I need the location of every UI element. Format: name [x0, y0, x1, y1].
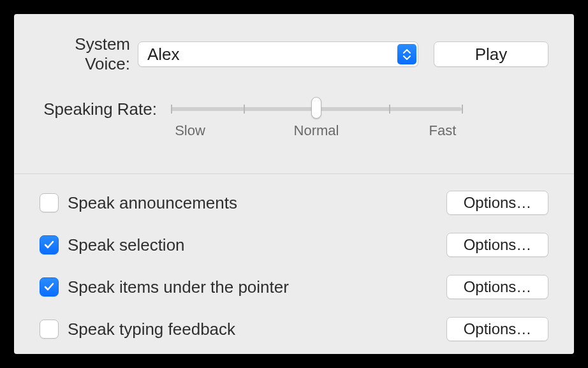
bottom-section: Speak announcements Options… Speak selec… — [14, 174, 574, 341]
speak-announcements-row: Speak announcements Options… — [40, 191, 548, 215]
system-voice-popup[interactable]: Alex — [138, 41, 418, 67]
options-button-label: Options… — [464, 236, 532, 254]
slider-label-slow: Slow — [165, 122, 216, 139]
speak-announcements-label: Speak announcements — [68, 193, 446, 213]
options-button-label: Options… — [464, 278, 532, 296]
speak-announcements-options-button[interactable]: Options… — [446, 191, 548, 215]
speak-items-pointer-label: Speak items under the pointer — [68, 277, 446, 297]
speak-selection-options-button[interactable]: Options… — [446, 233, 548, 257]
slider-labels: Slow Normal Fast — [165, 122, 468, 139]
system-voice-label: System Voice: — [40, 34, 130, 74]
popup-arrows-icon — [397, 44, 416, 64]
slider-label-fast: Fast — [417, 122, 468, 139]
play-button-label: Play — [475, 45, 508, 64]
speak-typing-feedback-checkbox[interactable] — [40, 320, 59, 339]
slider-thumb[interactable] — [311, 97, 321, 119]
slider-tick — [244, 105, 245, 114]
slider-label-normal: Normal — [216, 122, 417, 139]
options-button-label: Options… — [464, 194, 532, 212]
slider-track — [171, 107, 462, 111]
top-section: System Voice: Alex Play Speaking Rate: — [14, 14, 574, 154]
speaking-rate-row: Speaking Rate: Slow Normal Fast — [40, 99, 548, 139]
speak-selection-label: Speak selection — [68, 235, 446, 255]
speak-items-pointer-checkbox[interactable] — [40, 277, 59, 297]
system-voice-value: Alex — [147, 45, 397, 64]
options-button-label: Options… — [464, 320, 532, 338]
speak-announcements-checkbox[interactable] — [40, 193, 59, 212]
speak-selection-row: Speak selection Options… — [40, 233, 548, 257]
speak-typing-feedback-row: Speak typing feedback Options… — [40, 317, 548, 341]
speak-selection-checkbox[interactable] — [40, 235, 59, 254]
speak-typing-feedback-label: Speak typing feedback — [68, 320, 446, 339]
speaking-rate-slider[interactable]: Slow Normal Fast — [165, 99, 468, 139]
speaking-rate-label: Speaking Rate: — [40, 99, 157, 119]
slider-tick — [462, 105, 463, 114]
speak-typing-feedback-options-button[interactable]: Options… — [446, 317, 548, 341]
speech-preferences-panel: System Voice: Alex Play Speaking Rate: — [14, 14, 574, 354]
slider-tick — [171, 105, 172, 114]
slider-tick — [389, 105, 390, 114]
system-voice-row: System Voice: Alex Play — [40, 34, 548, 74]
speak-items-pointer-row: Speak items under the pointer Options… — [40, 275, 548, 299]
speak-items-pointer-options-button[interactable]: Options… — [446, 275, 548, 299]
play-button[interactable]: Play — [434, 41, 548, 67]
